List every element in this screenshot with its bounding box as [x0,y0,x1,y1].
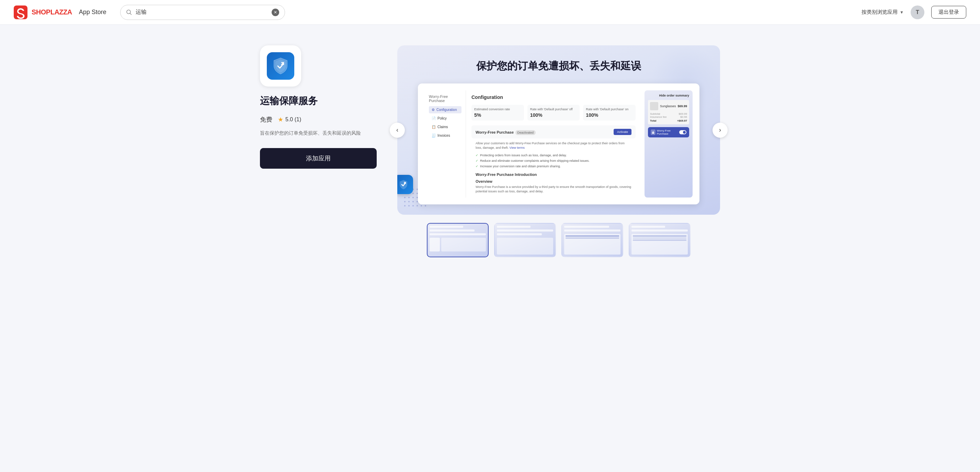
product-info: Sunglasses $69.99 [650,102,687,110]
toggle-icon [651,129,655,135]
thumb-cell [566,235,619,237]
rating-value: 5.0 (1) [285,116,301,123]
thumbnail-2[interactable] [494,223,556,257]
metric-default-on: Rate with 'Default purchase' on 100% [583,105,636,121]
thumb-cell [633,239,686,241]
logo-text: SHOPLAZZA [32,8,72,16]
sidebar-item-policy: 📄 Policy [429,115,461,122]
product-row: Sunglasses $69.99 Subtotal$69.99 Insuran… [648,100,689,124]
preview-main-content: Configuration Estimated conversion rate … [466,90,641,198]
floating-app-icon [397,175,413,194]
search-clear-button[interactable]: ✕ [272,9,279,16]
thumbnail-4[interactable] [629,223,690,257]
star-icon: ★ [278,116,283,123]
chevron-down-icon: ▼ [900,10,904,15]
activate-button: Activate [614,129,632,135]
thumbnail-1-content [428,224,488,257]
preview-main-title: Configuration [471,94,636,100]
product-name: Sunglasses [660,104,676,108]
toggle-switch [679,130,686,134]
intro-title: Worry-Free Purchase Introduction [471,169,636,178]
thumb-row [430,226,463,228]
bullet-list: Protecting orders from issues such as lo… [471,153,636,169]
thumb-row [564,226,609,228]
thumb-preview-inner [430,238,486,252]
thumbnail-1[interactable] [427,223,488,257]
feature-description: Allow your customers to add Worry-Free P… [471,141,636,153]
browse-label: 按类别浏览应用 [862,9,897,16]
next-slide-button[interactable]: › [713,123,728,138]
hide-order-summary: Hide order summary [648,94,689,97]
thumb-row [497,233,542,235]
thumbnail-4-content [629,224,690,257]
prev-slide-button[interactable]: ‹ [390,123,405,138]
showcase-wrapper: ‹ 保护您的订单免遭损坏、丢失和延误 Worry-Free Purchase [397,45,720,215]
shoplazza-logo-icon [14,5,27,19]
product-image [650,102,658,110]
sidebar-item-invoices: 🧾 Invoices [429,132,461,139]
app-icon-wrapper [260,45,301,86]
preview-metrics: Estimated conversion rate 5% Rate with '… [471,105,636,121]
thumb-row [497,230,553,231]
thumbnail-3[interactable] [562,223,623,257]
thumb-row [430,233,486,235]
thumb-row [564,230,620,231]
user-avatar[interactable]: T [911,5,924,19]
app-info-panel: 运输保障服务 免费 ★ 5.0 (1) 旨在保护您的订单免受损坏、丢失和延误的风… [260,45,377,257]
bullet-3: Increase your conversion rate and obtain… [476,164,632,169]
thumb-row [632,226,665,228]
showcase-preview: Worry-Free Purchase ⚙ Configuration 📄 Po… [418,83,700,204]
thumb-cell [566,238,619,239]
search-bar[interactable]: ✕ [120,5,285,20]
price-rating-row: 免费 ★ 5.0 (1) [260,115,377,124]
thumb-table-full [632,234,688,255]
feature-name: Worry-Free Purchase [476,130,514,134]
app-title: 运输保障服务 [260,95,377,107]
toggle-label: Worry-Free Purchase [657,129,679,136]
thumb-cell [633,238,686,239]
metric-default-off: Rate with 'Default purchase' off 100% [527,105,580,121]
add-app-button[interactable]: 添加应用 [260,148,377,169]
thumb-table [564,234,620,255]
bullet-1: Protecting orders from issues such as lo… [476,153,632,158]
browse-by-category-button[interactable]: 按类别浏览应用 ▼ [862,9,904,16]
thumbnail-strip [397,223,720,257]
thumb-cell [633,235,686,237]
metric-conversion: Estimated conversion rate 5% [471,105,524,121]
thumb-main [441,238,486,252]
toggle-label-area: Worry-Free Purchase [651,129,679,136]
preview-sidebar: Worry-Free Purchase ⚙ Configuration 📄 Po… [425,90,466,198]
search-input[interactable] [136,9,268,16]
svg-rect-2 [652,132,654,134]
subtotal-row: Subtotal$69.99 Insurance fee$0.96 Total≈… [650,112,687,122]
preview-feature-row: Worry-Free Purchase Deactivated Activate [471,125,636,139]
rating-area: ★ 5.0 (1) [278,116,301,123]
overview-title: Overview [471,178,636,185]
thumbnail-3-content [562,224,622,257]
shield-arrow-icon [271,56,290,76]
svg-rect-0 [14,5,27,19]
thumb-row [497,226,531,228]
search-icon [126,9,132,16]
logo-area: SHOPLAZZA [14,5,72,19]
thumb-content [497,238,553,255]
thumb-sidebar [430,238,440,252]
showcase-container: 保护您的订单免遭损坏、丢失和延误 Worry-Free Purchase ⚙ C… [397,45,720,215]
app-price: 免费 [260,115,272,124]
showcase-panel: ‹ 保护您的订单免遭损坏、丢失和延误 Worry-Free Purchase [397,45,720,257]
toggle-row: Worry-Free Purchase [648,127,689,137]
product-price: $69.99 [678,104,687,108]
app-description: 旨在保护您的订单免受损坏、丢失和延误的风险 [260,129,377,137]
sidebar-item-configuration: ⚙ Configuration [429,106,461,113]
thumb-row [430,230,474,231]
overview-text: Worry-Free Purchase is a service provide… [471,185,636,193]
preview-right-card: Hide order summary Sunglasses $69.99 Sub… [644,90,693,198]
logout-button[interactable]: 退出登录 [931,6,966,19]
bullet-2: Reduce and eliminate customer complaints… [476,158,632,164]
main-header: SHOPLAZZA App Store ✕ 按类别浏览应用 ▼ T 退出登录 [0,0,980,25]
thumb-col [566,235,619,253]
feature-status-badge: Deactivated [515,130,536,135]
main-content: 运输保障服务 免费 ★ 5.0 (1) 旨在保护您的订单免受损坏、丢失和延误的风… [232,25,748,271]
preview-sidebar-title: Worry-Free Purchase [429,94,461,103]
app-store-label: App Store [79,9,107,16]
